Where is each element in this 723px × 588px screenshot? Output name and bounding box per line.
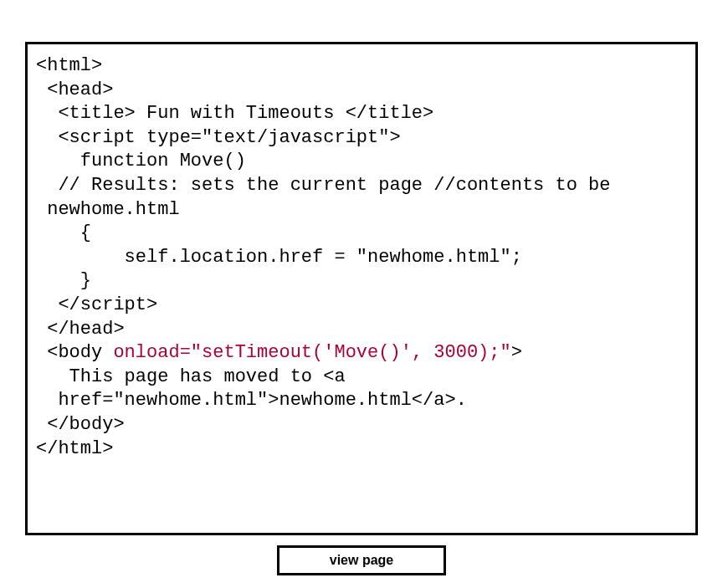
code-line: </head> — [36, 318, 687, 342]
code-line: <body onload="setTimeout('Move()', 3000)… — [36, 341, 687, 366]
code-line: This page has moved to <a — [36, 366, 687, 390]
code-example-box: <html> <head> <title> Fun with Timeouts … — [25, 42, 698, 535]
code-line: <html> — [36, 54, 687, 79]
code-line: { — [36, 222, 687, 246]
code-line: // Results: sets the current page //cont… — [36, 174, 687, 198]
code-line: } — [36, 269, 687, 294]
view-page-button[interactable]: view page — [277, 545, 446, 575]
code-line: self.location.href = "newhome.html"; — [36, 246, 687, 270]
code-line: </body> — [36, 413, 687, 437]
code-line: function Move() — [36, 150, 687, 174]
code-line: <head> — [36, 79, 687, 103]
code-line: <title> Fun with Timeouts </title> — [36, 102, 687, 126]
code-line: </script> — [36, 294, 687, 318]
code-line: href="newhome.html">newhome.html</a>. — [36, 389, 687, 413]
code-line: <script type="text/javascript"> — [36, 126, 687, 151]
button-container: view page — [17, 545, 706, 575]
code-line: newhome.html — [36, 198, 687, 222]
code-line: </html> — [36, 437, 687, 462]
onload-attribute: onload="setTimeout('Move()', 3000);" — [113, 342, 510, 363]
